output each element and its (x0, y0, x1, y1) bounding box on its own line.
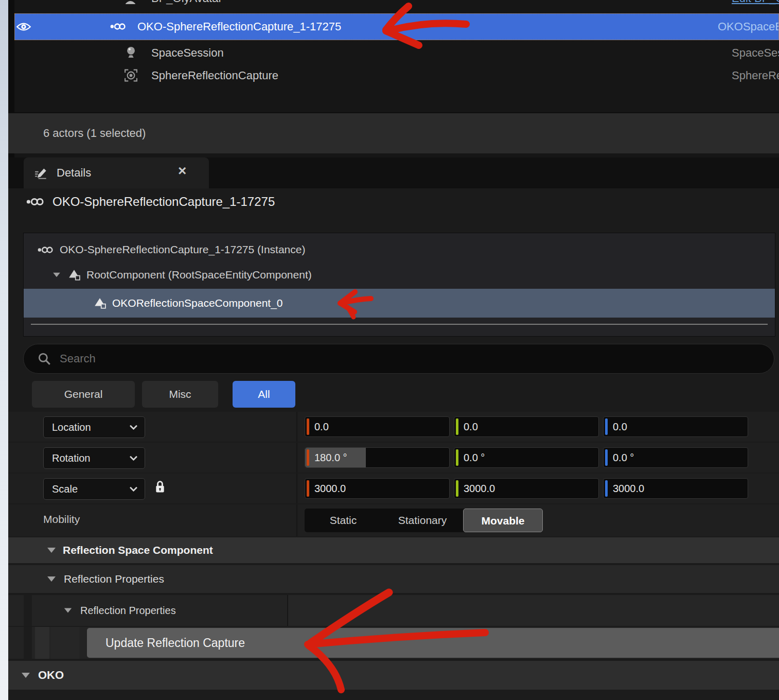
value-text: 0.0 (613, 421, 627, 433)
actor-label: BP_OlyAvatar (151, 0, 222, 5)
lock-icon[interactable] (154, 480, 166, 494)
filter-label: All (258, 388, 270, 400)
column-splitter[interactable] (296, 412, 297, 442)
mobility-label: Mobility (43, 513, 80, 526)
mobility-segmented-control: Static Stationary Movable (305, 509, 543, 532)
chevron-down-icon[interactable] (53, 273, 60, 277)
section-title: Reflection Properties (64, 573, 164, 585)
viewport-edge-strip (0, 0, 8, 700)
location-y-field[interactable]: 0.0 (454, 416, 599, 437)
rotation-x-field[interactable]: 180.0 ° (305, 447, 450, 468)
bottom-strip (8, 691, 779, 700)
property-group-label: Reflection Properties (80, 605, 176, 617)
row-reflection-properties-inner[interactable]: Reflection Properties (8, 595, 779, 626)
location-x-field[interactable]: 0.0 (305, 416, 450, 437)
sphere-capture-icon (124, 68, 138, 82)
indent-guide (24, 627, 32, 659)
rotation-dropdown-button[interactable]: Rotation (43, 447, 145, 469)
property-label: Location (52, 422, 91, 433)
section-oko[interactable]: OKO (8, 661, 779, 690)
location-z-field[interactable]: 0.0 (603, 416, 748, 437)
edit-blueprint-link[interactable]: Edit BP_Oly (732, 0, 779, 5)
collapse-arrow-icon (47, 576, 56, 582)
visibility-eye-icon[interactable] (16, 21, 31, 32)
property-row-mobility: Mobility Static Stationary Movable (8, 504, 779, 536)
actor-type-text: SphereRefle (732, 69, 779, 82)
column-splitter[interactable] (296, 474, 297, 503)
value-cell (288, 595, 779, 626)
section-reflection-space-component[interactable]: Reflection Space Component (8, 537, 779, 563)
details-search-bar (23, 344, 774, 374)
indent-guide (24, 595, 32, 626)
scale-z-field[interactable]: 3000.0 (603, 478, 748, 499)
value-text: 3000.0 (464, 483, 495, 495)
filter-label: Misc (169, 388, 191, 400)
rotation-z-field[interactable]: 0.0 ° (603, 447, 748, 468)
link-chain-icon (37, 246, 54, 254)
close-icon[interactable]: × (178, 163, 186, 179)
actor-label: SpaceSession (151, 46, 224, 60)
actor-type-text: OKOSpaceE (718, 20, 779, 33)
tree-item-label: OKO-SphereReflectionCapture_1-17275 (Ins… (60, 243, 305, 256)
value-text: 3000.0 (613, 483, 644, 495)
actor-label: OKO-SphereReflectionCapture_1-17275 (137, 20, 341, 33)
collapse-arrow-icon (64, 608, 72, 613)
outliner-row-spacesession[interactable]: SpaceSession SpaceSess (29, 42, 779, 65)
tree-item-label: OKOReflectionSpaceComponent_0 (112, 297, 283, 309)
update-reflection-capture-button[interactable]: Update Reflection Capture (87, 628, 779, 658)
value-text: 0.0 (314, 421, 329, 433)
component-tree-panel: OKO-SphereReflectionCapture_1-17275 (Ins… (23, 233, 775, 337)
avatar-icon (125, 0, 136, 5)
search-icon (37, 352, 51, 366)
value-text: 180.0 ° (314, 452, 347, 464)
section-reflection-properties[interactable]: Reflection Properties (8, 565, 779, 593)
chevron-down-icon (130, 456, 137, 461)
scale-y-field[interactable]: 3000.0 (454, 478, 599, 499)
tree-row-okoreflectionspacecomponent[interactable]: OKOReflectionSpaceComponent_0 (24, 289, 775, 318)
collapse-arrow-icon (22, 673, 30, 678)
outliner-status-bar: 6 actors (1 selected) (8, 112, 779, 153)
filter-tab-misc[interactable]: Misc (142, 381, 218, 408)
column-splitter[interactable] (296, 443, 297, 472)
property-label: Scale (52, 483, 78, 495)
mobility-option-static[interactable]: Static (305, 509, 382, 532)
session-camera-icon (125, 45, 137, 59)
actor-label: SphereReflectionCapture (151, 69, 278, 82)
link-chain-icon (26, 197, 44, 207)
section-title: OKO (38, 669, 64, 682)
property-row-scale: Scale 3000.0 3000.0 3000.0 (8, 474, 779, 503)
button-label: Update Reflection Capture (105, 636, 245, 650)
scale-dropdown-button[interactable]: Scale (43, 478, 145, 500)
tab-details[interactable]: Details × (24, 157, 209, 188)
scale-x-field[interactable]: 3000.0 (305, 478, 450, 499)
value-text: 0.0 (464, 421, 478, 433)
outliner-row-bp-olyavatar[interactable]: BP_OlyAvatar Edit BP_Oly (29, 0, 779, 11)
search-input[interactable] (59, 352, 678, 366)
row-update-reflection-capture: Update Reflection Capture (8, 627, 779, 659)
filter-tab-all[interactable]: All (233, 381, 295, 408)
mobility-option-stationary[interactable]: Stationary (382, 509, 463, 532)
chevron-down-icon (130, 425, 137, 430)
column-splitter[interactable] (296, 504, 297, 536)
rotation-y-field[interactable]: 0.0 ° (454, 447, 599, 468)
filter-label: General (64, 388, 103, 400)
tab-label: Details (57, 166, 91, 180)
mobility-option-movable[interactable]: Movable (463, 509, 543, 532)
property-row-rotation: Rotation 180.0 ° 0.0 ° 0.0 ° (8, 443, 779, 472)
scene-component-icon (94, 297, 106, 309)
outliner-row-selected-actor[interactable]: OKO-SphereReflectionCapture_1-17275 OKOS… (14, 13, 779, 40)
location-dropdown-button[interactable]: Location (43, 416, 145, 438)
section-title: Reflection Space Component (63, 544, 213, 556)
selected-actor-name: OKO-SphereReflectionCapture_1-17275 (52, 195, 275, 209)
tree-row-rootcomponent[interactable]: RootComponent (RootSpaceEntityComponent) (24, 263, 775, 287)
tree-separator (31, 324, 768, 325)
tree-item-label: RootComponent (RootSpaceEntityComponent) (86, 269, 312, 281)
filter-tab-general[interactable]: General (32, 381, 135, 408)
details-header: OKO-SphereReflectionCapture_1-17275 (26, 195, 275, 209)
tree-row-instance[interactable]: OKO-SphereReflectionCapture_1-17275 (Ins… (24, 238, 775, 261)
value-text: 0.0 ° (613, 452, 634, 464)
indent-guide (35, 627, 49, 659)
scene-component-icon (68, 269, 80, 281)
world-outliner: BP_OlyAvatar Edit BP_Oly OKO-SphereRefle… (14, 0, 779, 112)
outliner-row-spherereflectioncapture[interactable]: SphereReflectionCapture SphereRefle (29, 65, 779, 87)
